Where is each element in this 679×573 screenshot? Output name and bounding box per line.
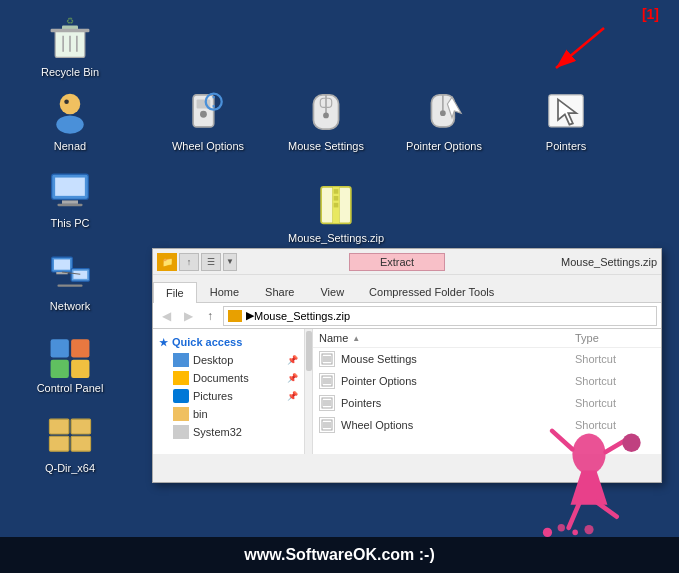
file-type-2: Shortcut: [575, 397, 655, 409]
svg-point-33: [200, 111, 207, 118]
nav-scrollbar[interactable]: [304, 329, 312, 454]
svg-rect-24: [71, 339, 89, 357]
svg-point-77: [572, 530, 578, 536]
quick-access-toolbar: 📁 ↑ ☰ ▼: [157, 253, 237, 271]
desktop-icon-mouse-zip[interactable]: Mouse_Settings.zip: [286, 180, 386, 245]
extract-button-area: Extract: [237, 253, 557, 271]
address-bar: ◀ ▶ ↑ ▶ Mouse_Settings.zip: [153, 303, 661, 329]
svg-rect-17: [54, 259, 70, 269]
annotation-arrow: [544, 20, 624, 80]
mouse-zip-icon: [312, 180, 360, 228]
mouse-zip-label: Mouse_Settings.zip: [288, 232, 384, 245]
svg-rect-22: [57, 285, 82, 287]
svg-rect-29: [49, 436, 68, 451]
qat-down-btn[interactable]: ▼: [223, 253, 237, 271]
col-type-header[interactable]: Type: [575, 332, 655, 344]
file-name-0: Mouse Settings: [341, 353, 575, 365]
tab-compressed-folder[interactable]: Compressed Folder Tools: [357, 282, 506, 302]
explorer-title: Mouse_Settings.zip: [561, 256, 657, 268]
desktop-icon-thispc[interactable]: This PC: [30, 165, 110, 230]
svg-point-40: [323, 113, 329, 119]
file-row-0[interactable]: Mouse Settings Shortcut: [313, 348, 661, 370]
svg-point-43: [440, 110, 446, 116]
svg-point-9: [60, 94, 81, 115]
nav-item-desktop-label: Desktop: [193, 354, 233, 366]
pointer-options-label: Pointer Options: [406, 140, 482, 153]
desktop-icon-network[interactable]: Network: [30, 248, 110, 313]
annotation-label: [1]: [642, 6, 659, 22]
svg-rect-28: [71, 419, 90, 434]
files-pane: Name ▲ Type Mouse Settings Shortcut Poin…: [313, 329, 661, 454]
address-folder-icon: [228, 310, 242, 322]
svg-rect-27: [49, 419, 68, 434]
desktop-icon-pointers[interactable]: Pointers: [526, 88, 606, 153]
nenad-icon: [46, 88, 94, 136]
desktop-icon-recycle-bin[interactable]: ♻ Recycle Bin: [30, 14, 110, 79]
file-type-3: Shortcut: [575, 419, 655, 431]
desktop-icon-pointer-options[interactable]: Pointer Options: [404, 88, 484, 153]
col-name-header[interactable]: Name ▲: [319, 332, 575, 344]
svg-line-74: [596, 502, 616, 517]
svg-rect-15: [57, 204, 82, 206]
mouse-settings-label: Mouse Settings: [288, 140, 364, 153]
qat-view-btn[interactable]: ☰: [201, 253, 221, 271]
svg-rect-7: [51, 29, 90, 32]
tab-file[interactable]: File: [153, 282, 197, 303]
desktop-icon-control-panel[interactable]: Control Panel: [30, 330, 110, 395]
nav-item-system32-label: System32: [193, 426, 242, 438]
file-name-2: Pointers: [341, 397, 575, 409]
content-area: ★ Quick access Desktop 📌 Documents 📌: [153, 329, 661, 454]
nav-item-desktop[interactable]: Desktop 📌: [153, 351, 304, 369]
nav-forward-button[interactable]: ▶: [179, 307, 197, 325]
desktop-nav-icon: [173, 353, 189, 367]
nav-item-pictures[interactable]: Pictures 📌: [153, 387, 304, 405]
nav-back-button[interactable]: ◀: [157, 307, 175, 325]
nav-item-bin[interactable]: bin: [153, 405, 304, 423]
svg-point-11: [64, 99, 69, 104]
pin-icon-documents: 📌: [287, 373, 298, 383]
file-name-3: Wheel Options: [341, 419, 575, 431]
nav-item-documents[interactable]: Documents 📌: [153, 369, 304, 387]
ribbon-top-bar: 📁 ↑ ☰ ▼ Extract Mouse_Settings.zip: [153, 249, 661, 275]
file-icon-0: [319, 351, 335, 367]
svg-line-73: [569, 502, 580, 528]
desktop-icon-mouse-settings[interactable]: Mouse Settings: [286, 88, 366, 153]
svg-rect-50: [334, 196, 339, 201]
explorer-window: 📁 ↑ ☰ ▼ Extract Mouse_Settings.zip File …: [152, 248, 662, 483]
svg-rect-13: [55, 178, 85, 196]
bin-nav-icon: [173, 407, 189, 421]
control-panel-icon: [46, 330, 94, 378]
address-path[interactable]: ▶ Mouse_Settings.zip: [223, 306, 657, 326]
wheel-options-label: Wheel Options: [172, 140, 244, 153]
quick-access-header[interactable]: ★ Quick access: [153, 333, 304, 351]
tab-view[interactable]: View: [307, 281, 357, 302]
star-icon: ★: [159, 337, 168, 348]
desktop-icon-qdir[interactable]: Q-Dir_x64: [30, 410, 110, 475]
file-row-3[interactable]: Wheel Options Shortcut: [313, 414, 661, 436]
address-path-value: Mouse_Settings.zip: [254, 310, 350, 322]
nav-item-system32[interactable]: System32: [153, 423, 304, 441]
pointer-options-icon: [420, 88, 468, 136]
svg-point-75: [543, 528, 552, 537]
col-type-label: Type: [575, 332, 599, 344]
desktop-icon-wheel-options[interactable]: Wheel Options: [168, 88, 248, 153]
extract-button[interactable]: Extract: [349, 253, 445, 271]
nenad-label: Nenad: [54, 140, 86, 153]
tab-share[interactable]: Share: [252, 281, 307, 302]
qat-up-btn[interactable]: ↑: [179, 253, 199, 271]
network-icon: [46, 248, 94, 296]
file-name-1: Pointer Options: [341, 375, 575, 387]
file-row-2[interactable]: Pointers Shortcut: [313, 392, 661, 414]
file-row-1[interactable]: Pointer Options Shortcut: [313, 370, 661, 392]
nav-item-documents-label: Documents: [193, 372, 249, 384]
address-path-text: ▶: [246, 309, 254, 322]
nav-up-button[interactable]: ↑: [201, 307, 219, 325]
desktop-icon-nenad[interactable]: Nenad: [30, 88, 110, 153]
svg-point-78: [584, 525, 593, 534]
qat-folder-btn[interactable]: 📁: [157, 253, 177, 271]
tab-home[interactable]: Home: [197, 281, 252, 302]
nav-scrollbar-thumb: [306, 331, 312, 371]
thispc-icon: [46, 165, 94, 213]
watermark-text: www.SoftwareOK.com :-): [244, 546, 435, 564]
svg-point-10: [56, 115, 83, 133]
